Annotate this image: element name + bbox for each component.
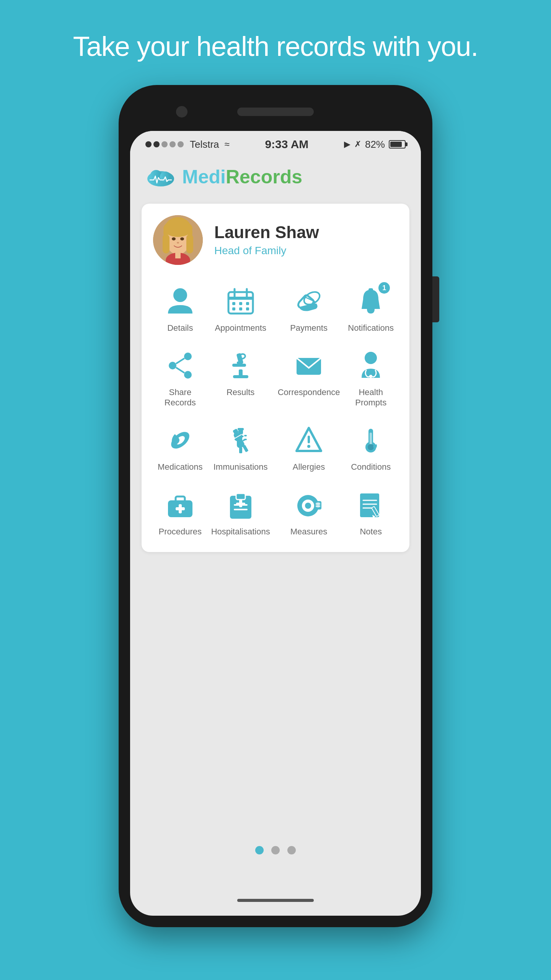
svg-rect-70 bbox=[176, 497, 185, 502]
tagline: Take your health records with you. bbox=[73, 31, 478, 62]
svg-point-30 bbox=[169, 362, 176, 369]
menu-item-results[interactable]: Results bbox=[207, 341, 274, 415]
warning-icon bbox=[292, 423, 326, 457]
page-dot-3[interactable] bbox=[287, 846, 296, 854]
svg-line-31 bbox=[176, 358, 184, 364]
menu-item-appointments[interactable]: Appointments bbox=[207, 276, 274, 341]
signal-dot-5 bbox=[178, 141, 184, 147]
svg-rect-37 bbox=[233, 375, 248, 378]
menu-item-medications[interactable]: Medications bbox=[153, 415, 207, 480]
wifi-icon: ≈ bbox=[225, 139, 230, 150]
doctor-icon bbox=[354, 348, 388, 383]
svg-point-62 bbox=[307, 445, 310, 448]
menu-item-conditions[interactable]: Conditions bbox=[344, 415, 398, 480]
svg-rect-74 bbox=[236, 493, 245, 500]
menu-item-allergies[interactable]: Allergies bbox=[274, 415, 344, 480]
menu-item-details[interactable]: Details bbox=[153, 276, 207, 341]
signal-dot-3 bbox=[161, 141, 168, 147]
share-icon bbox=[163, 348, 197, 383]
home-indicator bbox=[237, 899, 314, 902]
avatar bbox=[153, 215, 203, 265]
page-dot-2[interactable] bbox=[271, 846, 280, 854]
menu-item-notifications[interactable]: 1 Notifications bbox=[344, 276, 398, 341]
svg-rect-7 bbox=[186, 234, 193, 253]
menu-item-correspondence[interactable]: Correspondence bbox=[274, 341, 344, 415]
allergies-label: Allergies bbox=[293, 462, 325, 472]
menu-item-hospitalisations[interactable]: Hospitalisations bbox=[207, 480, 274, 544]
svg-rect-22 bbox=[232, 307, 235, 310]
appointments-label: Appointments bbox=[215, 323, 266, 333]
svg-point-40 bbox=[365, 352, 377, 364]
notepad-icon bbox=[354, 488, 388, 522]
app-header: MediRecords bbox=[130, 158, 421, 196]
immunisations-label: Immunisations bbox=[214, 462, 268, 472]
svg-rect-20 bbox=[239, 302, 242, 305]
phone-speaker bbox=[237, 108, 314, 116]
phone-screen: Telstra ≈ 9:33 AM ▶ ✗ 82% bbox=[130, 131, 421, 916]
svg-point-28 bbox=[184, 353, 192, 360]
svg-rect-21 bbox=[246, 302, 249, 305]
svg-rect-68 bbox=[375, 444, 377, 446]
profile-role: Head of Family bbox=[214, 245, 398, 257]
menu-item-health-prompts[interactable]: Health Prompts bbox=[344, 341, 398, 415]
signal-dots bbox=[145, 141, 184, 147]
page-dot-1[interactable] bbox=[255, 846, 264, 854]
svg-rect-53 bbox=[242, 445, 248, 452]
thermometer-icon bbox=[354, 423, 388, 457]
svg-line-32 bbox=[176, 368, 184, 373]
avatar-image bbox=[153, 215, 203, 265]
menu-item-notes[interactable]: Notes bbox=[344, 480, 398, 544]
person-icon bbox=[163, 284, 197, 318]
menu-item-procedures[interactable]: Procedures bbox=[153, 480, 207, 544]
syringe-icon bbox=[223, 423, 258, 457]
menu-item-immunisations[interactable]: Immunisations bbox=[207, 415, 274, 480]
svg-rect-72 bbox=[176, 507, 185, 510]
menu-item-measures[interactable]: Measures bbox=[274, 480, 344, 544]
measures-label: Measures bbox=[290, 527, 328, 537]
svg-point-29 bbox=[184, 371, 192, 379]
svg-rect-61 bbox=[308, 436, 310, 443]
status-right: ▶ ✗ 82% bbox=[344, 139, 406, 150]
phone-bottom bbox=[130, 885, 421, 916]
share-records-label: Share Records bbox=[157, 387, 204, 408]
svg-point-41 bbox=[369, 375, 372, 378]
tape-icon bbox=[292, 488, 326, 522]
signal-dot-4 bbox=[170, 141, 176, 147]
svg-rect-38 bbox=[232, 364, 246, 367]
battery-fill bbox=[390, 142, 402, 147]
svg-rect-78 bbox=[236, 503, 245, 506]
menu-item-share-records[interactable]: Share Records bbox=[153, 341, 207, 415]
signal-dot-2 bbox=[153, 141, 160, 147]
notes-label: Notes bbox=[360, 527, 381, 537]
phone-camera bbox=[176, 106, 187, 118]
svg-rect-13 bbox=[175, 252, 181, 258]
pill-icon bbox=[163, 423, 197, 457]
conditions-label: Conditions bbox=[351, 462, 391, 472]
svg-rect-23 bbox=[239, 307, 242, 310]
profile-name: Lauren Shaw bbox=[214, 223, 398, 242]
status-time: 9:33 AM bbox=[265, 138, 308, 151]
battery-percent: 82% bbox=[365, 139, 385, 150]
profile-card: Lauren Shaw Head of Family bbox=[142, 204, 409, 552]
clipboard-plus-icon bbox=[223, 488, 258, 522]
svg-point-81 bbox=[305, 503, 311, 509]
svg-rect-16 bbox=[228, 297, 253, 300]
app-content: Lauren Shaw Head of Family bbox=[130, 196, 421, 885]
svg-rect-6 bbox=[163, 234, 170, 253]
correspondence-label: Correspondence bbox=[278, 387, 340, 397]
logo-cloud-icon bbox=[145, 165, 176, 188]
notifications-label: Notifications bbox=[348, 323, 394, 333]
svg-rect-65 bbox=[370, 433, 372, 446]
microscope-icon bbox=[223, 348, 258, 383]
profile-header: Lauren Shaw Head of Family bbox=[153, 215, 398, 265]
menu-item-payments[interactable]: Payments bbox=[274, 276, 344, 341]
results-label: Results bbox=[227, 387, 254, 397]
carrier-label: Telstra bbox=[190, 139, 219, 150]
payments-label: Payments bbox=[290, 323, 328, 333]
svg-point-66 bbox=[368, 444, 374, 450]
menu-grid: Details bbox=[153, 276, 398, 544]
svg-rect-67 bbox=[373, 446, 377, 448]
svg-point-10 bbox=[180, 237, 184, 240]
logo-medi: Medi bbox=[182, 166, 226, 188]
svg-rect-45 bbox=[239, 447, 242, 453]
